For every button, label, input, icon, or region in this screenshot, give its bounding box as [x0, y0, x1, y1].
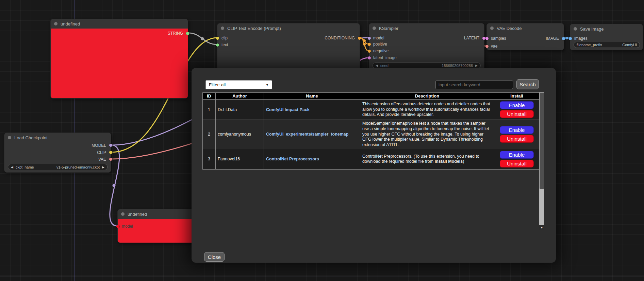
node-graph-canvas[interactable]: undefined STRING CLIP Text Encode (Promp…: [0, 0, 644, 281]
search-button[interactable]: Search: [516, 79, 539, 89]
filter-select-value: Filter: all: [209, 82, 226, 87]
enable-button[interactable]: Enable: [500, 151, 534, 159]
node-title-bar[interactable]: KSampler: [369, 23, 484, 33]
extension-id: 1: [203, 100, 216, 120]
node-title-bar[interactable]: Save Image: [570, 24, 643, 34]
uninstall-button[interactable]: Uninstall: [500, 110, 534, 118]
ckpt-name-widget[interactable]: ◀ ckpt_name v1-5-pruned-emaonly.ckpt ▶: [8, 164, 108, 170]
conditioning-output-label: CONDITIONING: [325, 35, 355, 41]
negative-input-socket[interactable]: [368, 50, 371, 53]
node-vae-decode[interactable]: VAE Decode samples vae IMAGE: [486, 23, 564, 50]
string-output-label: STRING: [168, 31, 183, 36]
node-title-bar[interactable]: VAE Decode: [487, 23, 564, 33]
filter-select[interactable]: Filter: all ▼: [205, 80, 272, 89]
column-header-author: Author: [216, 93, 264, 100]
node-collapse-dot-icon[interactable]: [490, 27, 494, 30]
widget-increment-icon[interactable]: ▶: [475, 64, 478, 67]
text-input-label: text: [221, 42, 228, 48]
wire-midpoint-dot: [201, 37, 204, 40]
column-header-id: ID: [203, 93, 216, 100]
extension-name-link[interactable]: ComfyUI_experiments/sampler_tonemap: [264, 120, 360, 149]
node-title: Save Image: [580, 27, 604, 32]
extensions-table-container: ID Author Name Description Install 1 Dr.…: [202, 92, 544, 230]
filename-prefix-value: ComfyUI: [622, 43, 637, 47]
negative-input-label: negative: [373, 48, 389, 54]
table-row: 2 comfyanonymous ComfyUI_experiments/sam…: [203, 120, 540, 149]
filename-prefix-label: filename_prefix: [577, 43, 602, 47]
widget-decrement-icon[interactable]: ◀: [376, 64, 378, 67]
enable-button[interactable]: Enable: [500, 101, 534, 109]
node-title: undefined: [128, 212, 147, 217]
table-scrollbar[interactable]: ▼: [539, 92, 544, 230]
extensions-table: ID Author Name Description Install 1 Dr.…: [202, 92, 540, 170]
node-title-bar[interactable]: undefined: [51, 19, 188, 29]
latent-image-input-label: latent_image: [373, 55, 397, 60]
custom-node-manager-dialog: Filter: all ▼ Search ID Author Name Desc…: [192, 68, 556, 263]
vae-input-label: vae: [491, 43, 497, 49]
clip-output-socket[interactable]: [109, 151, 112, 154]
model-input-label: model: [122, 224, 133, 229]
extension-description: ControlNet Preprocessors. (To use this e…: [360, 149, 494, 169]
model-output-socket[interactable]: [109, 144, 112, 147]
image-output-label: IMAGE: [546, 36, 559, 41]
clip-input-label: clip: [221, 35, 228, 41]
table-row: 1 Dr.Lt.Data ComfyUI Impact Pack This ex…: [203, 100, 540, 120]
text-input-socket[interactable]: [216, 43, 219, 47]
vae-input-socket[interactable]: [485, 45, 489, 48]
scrollbar-thumb[interactable]: [540, 93, 544, 189]
enable-button[interactable]: Enable: [500, 126, 534, 134]
close-button[interactable]: Close: [204, 252, 225, 262]
wire-midpoint-dot: [565, 37, 568, 39]
node-collapse-dot-icon[interactable]: [54, 22, 57, 25]
conditioning-output-socket[interactable]: [358, 37, 361, 40]
dropdown-arrow-icon: ▼: [266, 83, 269, 87]
node-collapse-dot-icon[interactable]: [373, 27, 376, 30]
node-collapse-dot-icon[interactable]: [221, 27, 224, 30]
samples-input-socket[interactable]: [485, 37, 489, 40]
extension-id: 2: [203, 120, 216, 149]
latent-output-label: LATENT: [464, 35, 479, 41]
positive-input-label: positive: [373, 41, 387, 47]
widget-next-icon[interactable]: ▶: [102, 165, 104, 169]
images-input-label: images: [574, 36, 588, 41]
image-output-socket[interactable]: [562, 37, 565, 40]
uninstall-button[interactable]: Uninstall: [500, 160, 534, 168]
wire-midpoint-dot: [113, 184, 116, 187]
node-load-checkpoint[interactable]: Load Checkpoint MODEL CLIP VAE ◀ ckpt_na…: [4, 133, 111, 173]
vae-output-label: VAE: [98, 157, 106, 162]
uninstall-button[interactable]: Uninstall: [500, 135, 534, 143]
scrollbar-down-arrow-icon[interactable]: ▼: [539, 225, 544, 230]
samples-input-label: samples: [491, 36, 506, 41]
filename-prefix-widget[interactable]: filename_prefix ComfyUI: [574, 42, 640, 48]
extension-name-link[interactable]: ControlNet Preprocessors: [264, 149, 360, 169]
string-output-socket[interactable]: [186, 32, 189, 35]
node-collapse-dot-icon[interactable]: [121, 212, 125, 216]
column-header-install: Install: [494, 93, 540, 100]
column-header-description: Description: [360, 93, 494, 100]
seed-widget-label: seed: [380, 64, 389, 68]
widget-prev-icon[interactable]: ◀: [11, 165, 13, 169]
node-undefined-top[interactable]: undefined STRING: [50, 19, 188, 99]
model-input-socket[interactable]: [368, 37, 371, 40]
extension-author: comfyanonymous: [216, 120, 264, 149]
node-collapse-dot-icon[interactable]: [574, 27, 577, 31]
search-input[interactable]: [435, 81, 513, 89]
node-collapse-dot-icon[interactable]: [8, 136, 11, 139]
images-input-socket[interactable]: [569, 37, 572, 40]
latent-image-input-socket[interactable]: [368, 56, 371, 59]
model-input-label: model: [373, 35, 384, 41]
node-title-bar[interactable]: CLIP Text Encode (Prompt): [217, 23, 360, 33]
extension-name-link[interactable]: ComfyUI Impact Pack: [264, 100, 360, 120]
vae-output-socket[interactable]: [109, 158, 112, 161]
wire-midpoint-dot: [363, 39, 366, 42]
extension-description: This extension offers various detector n…: [360, 100, 494, 120]
model-input-socket[interactable]: [116, 225, 119, 228]
latent-output-socket[interactable]: [482, 37, 485, 40]
clip-input-socket[interactable]: [216, 37, 219, 40]
wire-midpoint-dot: [363, 43, 366, 46]
node-title-bar[interactable]: Load Checkpoint: [4, 133, 111, 142]
positive-input-socket[interactable]: [368, 43, 371, 46]
model-output-label: MODEL: [92, 143, 106, 148]
extension-author: Dr.Lt.Data: [216, 100, 264, 120]
node-save-image[interactable]: Save Image images filename_prefix ComfyU…: [570, 24, 643, 50]
